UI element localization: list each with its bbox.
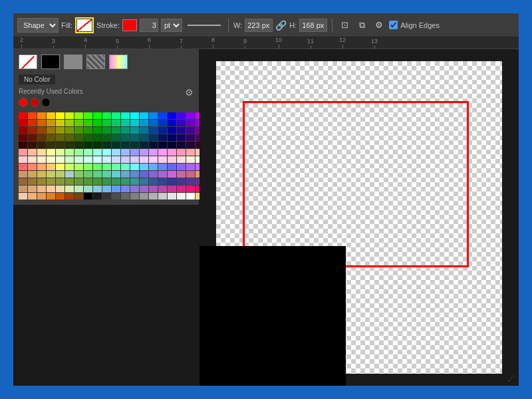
palette-cell[interactable] (177, 127, 186, 134)
palette-cell[interactable] (37, 112, 46, 119)
palette-cell[interactable] (121, 134, 130, 141)
palette-cell[interactable] (168, 112, 176, 119)
palette-cell[interactable] (93, 193, 102, 200)
palette-cell[interactable] (121, 171, 130, 178)
palette-cell[interactable] (158, 149, 167, 156)
palette-cell[interactable] (65, 156, 74, 163)
height-input[interactable] (299, 19, 327, 32)
palette-cell[interactable] (177, 164, 186, 170)
palette-cell[interactable] (47, 193, 55, 200)
palette-cell[interactable] (84, 120, 92, 126)
palette-cell[interactable] (130, 149, 139, 156)
palette-cell[interactable] (56, 120, 65, 126)
palette-cell[interactable] (28, 171, 37, 178)
stroke-swatch[interactable] (122, 19, 137, 31)
palette-cell[interactable] (28, 112, 37, 119)
palette-cell[interactable] (56, 149, 65, 156)
palette-cell[interactable] (186, 127, 195, 134)
palette-cell[interactable] (65, 142, 74, 148)
palette-cell[interactable] (28, 164, 37, 170)
palette-cell[interactable] (121, 149, 130, 156)
palette-cell[interactable] (19, 120, 27, 126)
palette-cell[interactable] (112, 186, 120, 192)
palette-cell[interactable] (47, 127, 55, 134)
palette-cell[interactable] (93, 178, 102, 185)
palette-cell[interactable] (158, 171, 167, 178)
palette-cell[interactable] (112, 127, 120, 134)
palette-cell[interactable] (168, 142, 176, 148)
palette-cell[interactable] (102, 112, 111, 119)
palette-cell[interactable] (186, 149, 195, 156)
recent-color-1[interactable] (19, 98, 28, 107)
recent-color-3[interactable] (41, 98, 51, 107)
palette-cell[interactable] (177, 120, 186, 126)
palette-cell[interactable] (168, 178, 176, 185)
palette-cell[interactable] (140, 186, 148, 192)
no-fill-btn[interactable] (19, 55, 37, 69)
palette-cell[interactable] (47, 178, 55, 185)
palette-cell[interactable] (65, 193, 74, 200)
black-fill-btn[interactable] (41, 55, 60, 69)
palette-cell[interactable] (158, 193, 167, 200)
palette-cell[interactable] (37, 186, 46, 192)
palette-cell[interactable] (130, 164, 139, 170)
palette-cell[interactable] (186, 156, 195, 163)
palette-cell[interactable] (28, 178, 37, 185)
palette-cell[interactable] (130, 156, 139, 163)
color-settings-icon[interactable]: ⚙ (185, 87, 194, 98)
palette-cell[interactable] (93, 164, 102, 170)
palette-cell[interactable] (37, 142, 46, 148)
palette-cell[interactable] (130, 134, 139, 141)
palette-cell[interactable] (140, 149, 148, 156)
palette-cell[interactable] (158, 186, 167, 192)
palette-cell[interactable] (177, 178, 186, 185)
palette-cell[interactable] (158, 127, 167, 134)
palette-cell[interactable] (130, 171, 139, 178)
palette-cell[interactable] (102, 193, 111, 200)
palette-cell[interactable] (158, 178, 167, 185)
palette-cell[interactable] (65, 112, 74, 119)
palette-cell[interactable] (168, 127, 176, 134)
shape-select[interactable]: Shape (17, 18, 59, 33)
palette-cell[interactable] (112, 156, 120, 163)
palette-cell[interactable] (177, 142, 186, 148)
stroke-width-input[interactable] (140, 19, 158, 32)
palette-cell[interactable] (19, 156, 27, 163)
palette-cell[interactable] (158, 164, 167, 170)
palette-cell[interactable] (56, 186, 65, 192)
palette-cell[interactable] (121, 156, 130, 163)
palette-cell[interactable] (47, 149, 55, 156)
palette-cell[interactable] (37, 156, 46, 163)
palette-cell[interactable] (168, 134, 176, 141)
canvas-area[interactable]: ⋰ (200, 49, 519, 386)
palette-cell[interactable] (149, 120, 158, 126)
palette-cell[interactable] (19, 112, 27, 119)
palette-cell[interactable] (56, 164, 65, 170)
palette-cell[interactable] (140, 127, 148, 134)
palette-cell[interactable] (186, 171, 195, 178)
palette-cell[interactable] (37, 149, 46, 156)
palette-cell[interactable] (121, 193, 130, 200)
palette-cell[interactable] (149, 171, 158, 178)
palette-cell[interactable] (112, 112, 120, 119)
fill-swatch-container[interactable] (75, 17, 94, 33)
palette-cell[interactable] (140, 164, 148, 170)
palette-cell[interactable] (19, 149, 27, 156)
palette-cell[interactable] (102, 127, 111, 134)
palette-cell[interactable] (93, 149, 102, 156)
palette-cell[interactable] (19, 164, 27, 170)
palette-cell[interactable] (19, 178, 27, 185)
palette-cell[interactable] (102, 171, 111, 178)
align-edges-checkbox[interactable] (389, 21, 398, 29)
palette-cell[interactable] (140, 134, 148, 141)
palette-cell[interactable] (140, 178, 148, 185)
palette-cell[interactable] (140, 112, 148, 119)
palette-cell[interactable] (93, 142, 102, 148)
palette-cell[interactable] (168, 149, 176, 156)
palette-cell[interactable] (121, 142, 130, 148)
palette-cell[interactable] (37, 164, 46, 170)
palette-cell[interactable] (28, 142, 37, 148)
palette-cell[interactable] (74, 120, 83, 126)
palette-cell[interactable] (121, 164, 130, 170)
gray-fill-btn[interactable] (64, 55, 82, 69)
